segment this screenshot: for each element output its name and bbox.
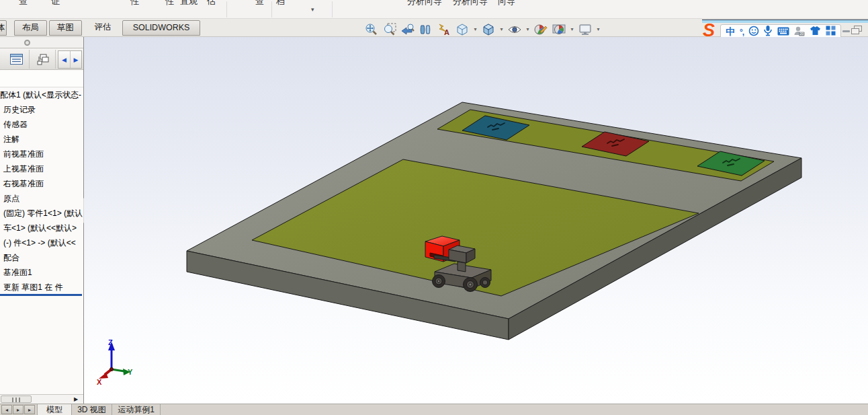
panel-filter-strip	[0, 71, 83, 87]
cart-post[interactable]	[458, 262, 466, 272]
featuremanager-tree-tab[interactable]	[4, 50, 30, 69]
section-view-icon[interactable]	[418, 22, 434, 37]
tree-item-sensors[interactable]: 传感器	[0, 117, 83, 132]
panel-tab-scroll: ◀ ▶	[58, 50, 82, 69]
cart-wheel-right[interactable]	[480, 278, 490, 288]
tree-item-top-plane[interactable]: 上视基准面	[0, 161, 83, 176]
tree-item-history[interactable]: 历史记录	[0, 102, 83, 117]
panel-pin-row	[0, 37, 83, 48]
propertymanager-tab[interactable]	[31, 50, 56, 69]
scrollbar-right-arrow-icon[interactable]: ▶	[74, 396, 78, 402]
ribbon-button-check[interactable]: 查	[255, 0, 264, 7]
tree-item-front-plane[interactable]: 前视基准面	[0, 147, 83, 161]
scrollbar-thumb[interactable]	[1, 395, 32, 403]
ribbon-button-analysis-wizard-2[interactable]: 分析向导	[453, 0, 488, 7]
panel-tab-scroll-right-icon[interactable]: ▶	[70, 51, 81, 68]
chinese-mode-icon[interactable]: 中	[726, 26, 735, 38]
ime-minimize-icon[interactable]	[842, 30, 850, 32]
punctuation-icon[interactable]: °,	[740, 28, 744, 37]
svg-text:20: 20	[800, 32, 804, 36]
bottom-tab-bar: ◂ ▸ ▸ 模型 3D 视图 运动算例1	[0, 404, 868, 415]
view-settings-caret-icon[interactable]: ▾	[595, 26, 601, 32]
view-orientation-icon[interactable]	[454, 22, 470, 37]
ribbon-button-document[interactable]: 档	[276, 0, 285, 7]
ribbon-button-mass-properties[interactable]: 性	[130, 0, 139, 7]
tree-item-fixed-part1[interactable]: (固定) 零件1<1> (默认	[0, 206, 83, 221]
ime-window-top-edge	[702, 20, 868, 23]
tree-item-car[interactable]: 车<1> (默认<<默认>	[0, 221, 83, 235]
ribbon-separator	[226, 1, 227, 17]
tab-nav-last-icon[interactable]: ▸	[24, 405, 35, 414]
tree-item-part[interactable]: (-) 件<1> -> (默认<<	[0, 235, 83, 250]
previous-view-icon[interactable]	[400, 22, 416, 37]
ribbon-button-clearance[interactable]: 证	[51, 0, 60, 7]
bottom-tab-model[interactable]: 模型	[37, 404, 72, 415]
bottom-tab-motion-study1[interactable]: 运动算例1	[112, 404, 161, 415]
scrollbar-grip-icon	[12, 398, 21, 402]
pushpin-icon[interactable]	[24, 40, 30, 46]
headsup-view-toolbar: A ▾ ▾ ▾ ▾ ▾	[363, 21, 601, 38]
ribbon-button-wizard[interactable]: 向导	[498, 0, 515, 7]
display-style-icon[interactable]	[480, 22, 496, 37]
panel-tab-bar: ◀ ▶	[0, 48, 83, 70]
ribbon-separator	[332, 1, 333, 17]
view-settings-icon[interactable]	[577, 22, 593, 37]
solidworks-window: 查 证 性 性 直观 估 查 档 分析向导 分析向导 向导 ▾ 体 布局 草图 …	[0, 0, 868, 415]
hide-show-items-icon[interactable]	[507, 22, 523, 37]
cart-wheel-front[interactable]	[464, 278, 478, 292]
ribbon-dropdown-caret-icon[interactable]: ▾	[311, 6, 314, 13]
viewport-canvas[interactable]: Z Y X	[84, 37, 868, 404]
zoom-to-fit-icon[interactable]	[363, 22, 380, 37]
dynamic-annotation-views-icon[interactable]: A	[436, 22, 452, 37]
apply-scene-caret-icon[interactable]: ▾	[569, 26, 575, 32]
panel-horizontal-scrollbar[interactable]: ▶	[0, 394, 83, 404]
window-restore-icon[interactable]	[851, 26, 863, 35]
ribbon-separator	[271, 1, 272, 17]
tab-evaluate-active[interactable]: 评估	[85, 20, 120, 36]
keyboard-icon[interactable]	[777, 26, 789, 38]
ribbon-button-analysis-wizard-1[interactable]: 分析向导	[407, 0, 442, 7]
tab-assembly-partial[interactable]: 体	[0, 20, 7, 36]
ribbon-button-section-properties[interactable]: 性	[165, 0, 174, 7]
tab-nav-prev-icon[interactable]: ◂	[1, 405, 12, 414]
feature-tree: 配体1 (默认<显示状态- 历史记录 传感器 注解 前视基准面 上视基准面 右视…	[0, 87, 83, 295]
zoom-to-area-icon[interactable]	[382, 22, 398, 37]
display-style-caret-icon[interactable]: ▾	[498, 26, 505, 32]
y-axis-label: Y	[128, 368, 133, 376]
tree-item-update-sketch1[interactable]: 更新 草图1 在 件	[0, 280, 83, 295]
cart-wheel-left[interactable]	[433, 275, 445, 288]
tab-nav-next-icon[interactable]: ▸	[13, 405, 24, 414]
ribbon-button-performance-evaluation[interactable]: 估	[207, 0, 216, 7]
svg-text:A: A	[444, 28, 449, 36]
ribbon-button-assembly-visualization[interactable]: 直观	[180, 0, 198, 7]
edit-appearance-icon[interactable]	[533, 22, 549, 37]
z-axis-label: Z	[108, 338, 113, 346]
bottom-tab-3d-views[interactable]: 3D 视图	[72, 404, 112, 415]
tree-item-origin[interactable]: 原点	[0, 191, 83, 206]
ribbon-toolbar: 查 证 性 性 直观 估 查 档 分析向导 分析向导 向导 ▾	[0, 0, 868, 19]
tab-solidworks-mbd[interactable]: SOLIDWORKS MBD	[122, 20, 200, 36]
tree-item-plane1[interactable]: 基准面1	[0, 265, 83, 280]
tab-layout[interactable]: 布局	[14, 20, 47, 36]
apply-scene-icon[interactable]	[551, 22, 567, 37]
rollback-bar[interactable]	[0, 294, 82, 296]
tree-item-annotations[interactable]: 注解	[0, 132, 83, 147]
panel-tab-scroll-left-icon[interactable]: ◀	[58, 51, 70, 68]
hide-show-items-caret-icon[interactable]: ▾	[525, 26, 531, 32]
tree-item-assembly-root[interactable]: 配体1 (默认<显示状态-	[0, 87, 83, 102]
ribbon-button-interference[interactable]: 查	[19, 0, 28, 7]
tree-item-right-plane[interactable]: 右视基准面	[0, 176, 83, 191]
view-orientation-caret-icon[interactable]: ▾	[472, 26, 478, 32]
tab-sketch[interactable]: 草图	[49, 20, 82, 36]
tree-item-mates[interactable]: 配合	[0, 250, 83, 265]
featuremanager-panel: ◀ ▶ 配体1 (默认<显示状态- 历史记录 传感器 注解 前视基准面 上视基准…	[0, 37, 84, 404]
x-axis-label: X	[97, 378, 102, 386]
